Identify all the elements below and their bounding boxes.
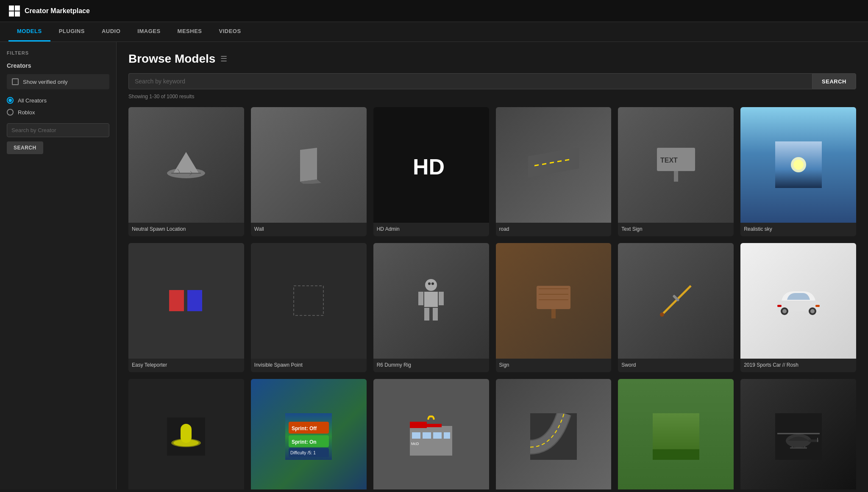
tab-videos[interactable]: VIDEOS	[211, 22, 250, 41]
tab-models[interactable]: MODELS	[8, 22, 50, 41]
item-name: HD Admin	[373, 223, 489, 236]
item-thumbnail: Sprint: Off Sprint: On Difficulty /5: 1	[251, 379, 367, 489]
list-item[interactable]: MD Helicopters MH-6 Little Bird	[740, 379, 856, 489]
results-info: Showing 1-30 of 1000 results	[128, 94, 856, 100]
realistic-sky-svg	[775, 141, 822, 188]
list-item[interactable]: Sword	[618, 243, 734, 372]
sidebar: FILTERS Creators Show verified only All …	[0, 42, 117, 489]
svg-rect-29	[433, 308, 438, 321]
nav-tabs: MODELS PLUGINS AUDIO IMAGES MESHES VIDEO…	[0, 22, 868, 42]
list-item[interactable]: road	[496, 107, 612, 236]
list-item[interactable]: Easy Teleporter	[128, 243, 244, 372]
logo-icon	[8, 5, 20, 17]
r6-dummy-svg	[414, 277, 448, 324]
creator-search-button[interactable]: SEARCH	[7, 141, 43, 154]
list-item[interactable]: R6 Dummy Rig	[373, 243, 489, 372]
invisible-spawn-svg	[285, 277, 332, 324]
mcdonalds-svg: McD	[408, 413, 454, 460]
list-item[interactable]: Realistic sky	[740, 107, 856, 236]
sports-car-svg	[775, 284, 822, 318]
svg-rect-1	[15, 6, 20, 11]
list-item[interactable]: HD HD Admin	[373, 107, 489, 236]
svg-rect-61	[423, 432, 431, 439]
svg-rect-20	[187, 290, 202, 311]
list-item[interactable]: Wall	[251, 107, 367, 236]
creator-search-input[interactable]	[7, 123, 109, 137]
list-item[interactable]: Neutral Spawn Location	[128, 107, 244, 236]
list-item[interactable]: Sprint: Off Sprint: On Difficulty /5: 1 …	[251, 379, 367, 489]
item-thumbnail	[128, 379, 244, 489]
list-item[interactable]: McD mcdonalds with parking lot	[373, 379, 489, 489]
show-verified-checkbox[interactable]: Show verified only	[7, 74, 109, 89]
page-title-row: Browse Models ☰	[128, 52, 856, 66]
svg-text:TEXT: TEXT	[660, 157, 678, 164]
filter-icon[interactable]: ☰	[220, 54, 227, 64]
item-name: Neutral Spawn Location	[128, 223, 244, 236]
keyword-search-button[interactable]: SEARCH	[812, 73, 856, 89]
item-thumbnail	[618, 379, 734, 489]
tab-images[interactable]: IMAGES	[129, 22, 169, 41]
item-thumbnail	[496, 107, 612, 223]
item-name: Wall	[251, 223, 367, 236]
svg-rect-30	[537, 286, 570, 309]
keyword-search-input[interactable]	[128, 73, 812, 89]
svg-point-24	[431, 282, 434, 285]
svg-rect-66	[653, 449, 699, 460]
item-thumbnail	[496, 379, 612, 489]
item-thumbnail	[128, 107, 244, 223]
tab-plugins[interactable]: PLUGINS	[50, 22, 93, 41]
svg-text:Sprint: Off: Sprint: Off	[292, 426, 317, 431]
svg-rect-48	[181, 424, 192, 443]
main-layout: FILTERS Creators Show verified only All …	[0, 42, 868, 489]
keyword-search-row: SEARCH	[128, 73, 856, 89]
hd-admin-svg: HD	[408, 141, 454, 188]
item-name: Realistic sky	[740, 223, 856, 236]
item-thumbnail	[128, 243, 244, 359]
item-thumbnail	[740, 107, 856, 223]
svg-rect-25	[424, 292, 438, 307]
item-name: Sign	[496, 359, 612, 372]
svg-marker-7	[300, 148, 317, 182]
list-item[interactable]: Powerful light	[128, 379, 244, 489]
svg-rect-26	[418, 292, 423, 305]
sword-svg	[653, 277, 699, 324]
filters-label: FILTERS	[7, 50, 109, 55]
svg-text:Sprint: On: Sprint: On	[292, 439, 317, 445]
svg-point-18	[793, 160, 804, 170]
tab-meshes[interactable]: MESHES	[169, 22, 211, 41]
radio-all-creators[interactable]: All Creators	[7, 97, 109, 104]
item-name: Easy Teleporter	[128, 359, 244, 372]
app-title: Creator Marketplace	[25, 7, 90, 15]
item-name: R6 Dummy Rig	[373, 359, 489, 372]
item-name: Invisible Spawn Point	[251, 359, 367, 372]
items-grid: Neutral Spawn Location Wall HD	[128, 107, 856, 489]
list-item[interactable]: Road Turn	[496, 379, 612, 489]
tab-audio[interactable]: AUDIO	[93, 22, 129, 41]
svg-point-22	[425, 279, 437, 291]
list-item[interactable]: Sign	[496, 243, 612, 372]
radio-roblox[interactable]: Roblox	[7, 109, 109, 116]
svg-text:McD: McD	[411, 442, 419, 446]
item-thumbnail	[251, 107, 367, 223]
item-thumbnail	[373, 243, 489, 359]
neutral-spawn-svg	[165, 148, 207, 182]
helicopter-svg	[775, 413, 822, 460]
list-item[interactable]: Grass Baseplate	[618, 379, 734, 489]
list-item[interactable]: 2019 Sports Car // Rosh	[740, 243, 856, 372]
item-thumbnail: HD	[373, 107, 489, 223]
item-name: 2019 Sports Car // Rosh	[740, 359, 856, 372]
svg-point-37	[660, 312, 664, 317]
svg-point-23	[428, 282, 431, 285]
list-item[interactable]: Invisible Spawn Point	[251, 243, 367, 372]
svg-text:Difficulty /5: 1: Difficulty /5: 1	[290, 451, 316, 455]
svg-rect-19	[169, 290, 184, 311]
item-thumbnail: McD	[373, 379, 489, 489]
creators-label: Creators	[7, 62, 109, 69]
svg-rect-21	[294, 286, 323, 315]
svg-line-35	[661, 286, 691, 315]
radio-circle-all	[7, 97, 14, 104]
svg-point-40	[782, 309, 787, 313]
list-item[interactable]: TEXT Text Sign	[618, 107, 734, 236]
svg-text:HD: HD	[413, 155, 445, 179]
svg-rect-58	[420, 424, 442, 427]
